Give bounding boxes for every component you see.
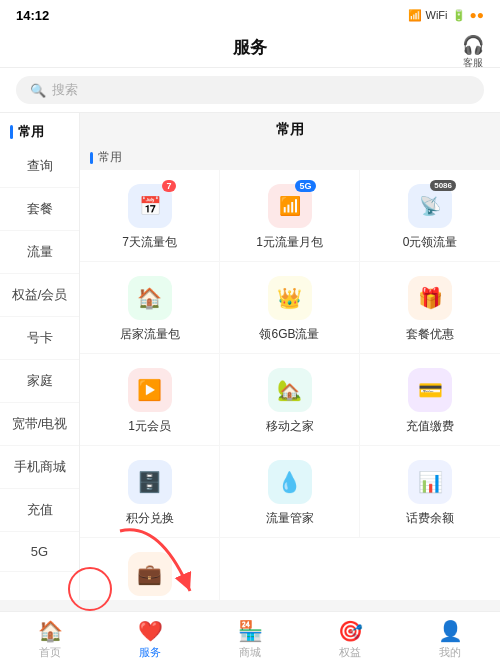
sidebar-item-simcard[interactable]: 号卡 bbox=[0, 317, 79, 360]
sidebar-item-traffic[interactable]: 流量 bbox=[0, 231, 79, 274]
sidebar-item-broadband[interactable]: 宽带/电视 bbox=[0, 403, 79, 446]
sidebar-item-recharge[interactable]: 充值 bbox=[0, 489, 79, 532]
icon-1yuan-monthly[interactable]: 📶 5G 1元流量月包 bbox=[220, 170, 360, 262]
sub-section-common: 常用 bbox=[80, 143, 500, 170]
sidebar-item-query[interactable]: 查询 bbox=[0, 145, 79, 188]
icon-mobile-home[interactable]: 🏡 移动之家 bbox=[220, 354, 360, 446]
empty-cell-1 bbox=[220, 538, 360, 600]
rights-icon: 🎯 bbox=[338, 619, 363, 643]
home-icon: 🏠 bbox=[38, 619, 63, 643]
1yuan-member-icon: ▶️ bbox=[128, 368, 172, 412]
mine-icon: 👤 bbox=[438, 619, 463, 643]
icon-recharge-pay[interactable]: 💳 充值缴费 bbox=[360, 354, 500, 446]
get-6gb-icon: 👑 bbox=[268, 276, 312, 320]
nav-shop[interactable]: 🏪 商城 bbox=[200, 613, 300, 666]
icon-free-traffic[interactable]: 📡 5086 0元领流量 bbox=[360, 170, 500, 262]
sidebar-item-plan[interactable]: 套餐 bbox=[0, 188, 79, 231]
icon-7day-traffic[interactable]: 📅 7 7天流量包 bbox=[80, 170, 220, 262]
icon-get-6gb[interactable]: 👑 领6GB流量 bbox=[220, 262, 360, 354]
traffic-manager-icon: 💧 bbox=[268, 460, 312, 504]
sidebar-item-5g[interactable]: 5G bbox=[0, 532, 79, 572]
sidebar-item-membership[interactable]: 权益/会员 bbox=[0, 274, 79, 317]
recharge-pay-icon: 💳 bbox=[408, 368, 452, 412]
nav-service[interactable]: ❤️ 服务 bbox=[100, 613, 200, 666]
plan-discount-icon: 🎁 bbox=[408, 276, 452, 320]
common-grid: 📅 7 7天流量包 📶 5G 1元流量月包 📡 5086 0元领流量 bbox=[80, 170, 500, 600]
customer-service-button[interactable]: 🎧 客服 bbox=[462, 34, 484, 70]
content-area: 常用 常用 📅 7 7天流量包 📶 5G 1元流量月包 bbox=[80, 113, 500, 600]
search-icon: 🔍 bbox=[30, 83, 46, 98]
nav-rights[interactable]: 🎯 权益 bbox=[300, 613, 400, 666]
status-icons: 📶 WiFi 🔋 ●● bbox=[408, 8, 485, 22]
sidebar-section-header: 常用 bbox=[0, 113, 79, 145]
bill-balance-icon: 📊 bbox=[408, 460, 452, 504]
icon-traffic-manager[interactable]: 💧 流量管家 bbox=[220, 446, 360, 538]
points-exchange-icon: 🗄️ bbox=[128, 460, 172, 504]
icon-bill-balance[interactable]: 📊 话费余额 bbox=[360, 446, 500, 538]
service-icon: ❤️ bbox=[138, 619, 163, 643]
nav-home[interactable]: 🏠 首页 bbox=[0, 613, 100, 666]
nav-service-label: 服务 bbox=[139, 645, 161, 660]
dot-icons: ●● bbox=[470, 8, 485, 22]
1yuan-monthly-icon: 📶 5G bbox=[268, 184, 312, 228]
sidebar-item-family[interactable]: 家庭 bbox=[0, 360, 79, 403]
7day-traffic-icon: 📅 7 bbox=[128, 184, 172, 228]
search-placeholder: 搜索 bbox=[52, 81, 78, 99]
empty-cell-2 bbox=[360, 538, 500, 600]
sidebar: 常用 查询 套餐 流量 权益/会员 号卡 家庭 宽带/电视 手机商城 充值 5G bbox=[0, 113, 80, 600]
nav-mine-label: 我的 bbox=[439, 645, 461, 660]
status-bar: 14:12 📶 WiFi 🔋 ●● bbox=[0, 0, 500, 30]
nav-mine[interactable]: 👤 我的 bbox=[400, 613, 500, 666]
page-title: 服务 bbox=[233, 38, 267, 57]
opened-services-icon: 💼 bbox=[128, 552, 172, 596]
section-title-common: 常用 bbox=[80, 113, 500, 143]
status-time: 14:12 bbox=[16, 8, 49, 23]
search-input-wrap[interactable]: 🔍 搜索 bbox=[16, 76, 484, 104]
wifi-icon: WiFi bbox=[426, 9, 448, 21]
nav-rights-label: 权益 bbox=[339, 645, 361, 660]
shop-icon: 🏪 bbox=[238, 619, 263, 643]
icon-points-exchange[interactable]: 🗄️ 积分兑换 bbox=[80, 446, 220, 538]
main-layout: 常用 查询 套餐 流量 权益/会员 号卡 家庭 宽带/电视 手机商城 充值 5G… bbox=[0, 113, 500, 600]
icon-1yuan-member[interactable]: ▶️ 1元会员 bbox=[80, 354, 220, 446]
icon-opened-services[interactable]: 💼 已开业务 bbox=[80, 538, 220, 600]
home-traffic-icon: 🏠 bbox=[128, 276, 172, 320]
signal-icon: 📶 bbox=[408, 9, 422, 22]
mobile-home-icon: 🏡 bbox=[268, 368, 312, 412]
sidebar-item-shop[interactable]: 手机商城 bbox=[0, 446, 79, 489]
free-traffic-icon: 📡 5086 bbox=[408, 184, 452, 228]
bottom-nav: 🏠 首页 ❤️ 服务 🏪 商城 🎯 权益 👤 我的 bbox=[0, 611, 500, 666]
icon-home-traffic[interactable]: 🏠 居家流量包 bbox=[80, 262, 220, 354]
nav-home-label: 首页 bbox=[39, 645, 61, 660]
search-bar: 🔍 搜索 bbox=[0, 68, 500, 113]
header: 服务 🎧 客服 bbox=[0, 30, 500, 68]
icon-plan-discount[interactable]: 🎁 套餐优惠 bbox=[360, 262, 500, 354]
nav-shop-label: 商城 bbox=[239, 645, 261, 660]
battery-icon: 🔋 bbox=[452, 9, 466, 22]
